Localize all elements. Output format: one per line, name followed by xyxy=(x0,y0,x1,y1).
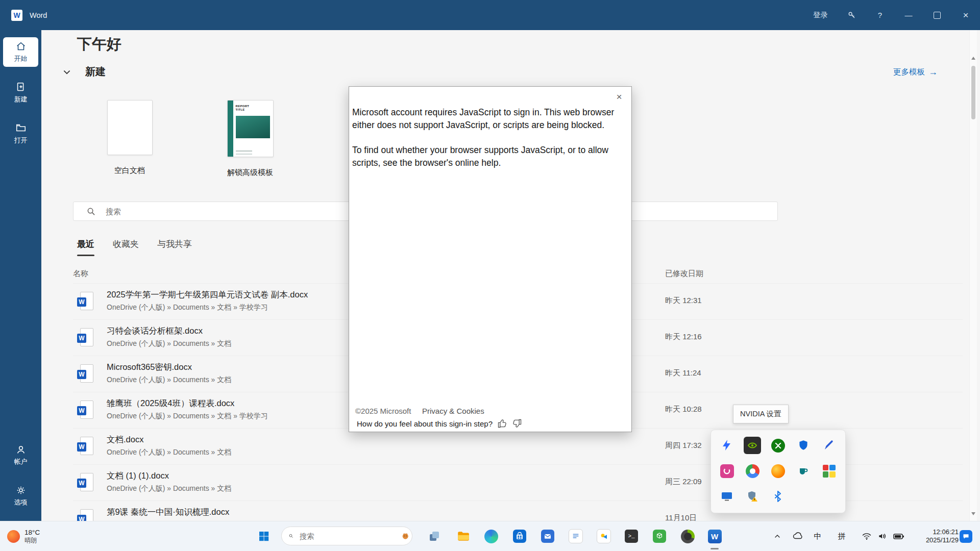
word-file-icon: W xyxy=(77,328,94,347)
thumbs-up-icon[interactable] xyxy=(497,418,507,429)
task-view-button[interactable] xyxy=(423,521,446,551)
green-cube-app-button[interactable] xyxy=(648,521,671,551)
tray-show-hidden-icons-chevron[interactable] xyxy=(770,521,785,551)
open-folder-icon xyxy=(15,122,27,134)
media-app-icon xyxy=(597,529,611,543)
file-path: OneDrive (个人版) » Documents » 文档 xyxy=(107,375,231,385)
template-card-blank[interactable]: 空白文档 xyxy=(96,100,163,176)
bluetooth-icon[interactable] xyxy=(768,486,788,507)
task-view-icon xyxy=(428,530,440,542)
sidebar-item-home[interactable]: 开始 xyxy=(3,37,38,67)
file-name: 第9课 秦统一中国·知识梳理.docx xyxy=(107,507,229,518)
sidebar-item-label: 新建 xyxy=(14,95,28,104)
orange-browser-icon[interactable] xyxy=(768,461,788,481)
dialog-feedback-row: How do you feel about this sign-in step? xyxy=(357,418,522,429)
security-shield-icon[interactable] xyxy=(793,435,814,456)
file-name: 文档 (1) (1).docx xyxy=(107,470,169,482)
sidebar-item-label: 选项 xyxy=(14,498,28,507)
weather-icon xyxy=(7,530,20,543)
word-letter-glyph: W xyxy=(77,406,86,415)
ime-language-indicator[interactable]: 中 xyxy=(811,521,824,551)
file-modified-date: 周三 22:09 xyxy=(665,477,702,487)
battery-icon[interactable] xyxy=(891,521,906,551)
taskbar-search-input[interactable] xyxy=(299,532,396,541)
template-label: 解锁高级模板 xyxy=(217,168,283,178)
notification-center-button[interactable] xyxy=(958,521,974,551)
geforce-app-button[interactable] xyxy=(676,521,699,551)
ime-mode-indicator[interactable]: 拼 xyxy=(835,521,848,551)
shield-alert-icon[interactable] xyxy=(742,486,763,507)
taskbar-search-box[interactable] xyxy=(281,527,412,545)
wifi-icon[interactable] xyxy=(860,521,874,551)
premium-template-thumbnail: REPORT TITLE xyxy=(227,100,274,157)
dialog-close-icon[interactable]: × xyxy=(613,91,625,103)
terminal-button[interactable]: >_ xyxy=(620,521,643,551)
word-letter-glyph: W xyxy=(77,297,86,307)
tab-shared[interactable]: 与我共享 xyxy=(157,238,192,256)
scroll-up-arrow-icon[interactable] xyxy=(971,57,975,60)
more-templates-link[interactable]: 更多模板 → xyxy=(893,67,938,78)
microsoft-store-button[interactable] xyxy=(508,521,531,551)
nvidia-tile xyxy=(744,437,761,454)
sidebar-item-options[interactable]: 选项 xyxy=(3,481,38,511)
account-icon xyxy=(15,444,27,455)
pink-app-icon[interactable] xyxy=(717,461,737,481)
template-card-premium[interactable]: REPORT TITLE 解锁高级模板 xyxy=(217,100,283,178)
edge-browser-button[interactable] xyxy=(480,521,502,551)
template-thumb-line xyxy=(236,151,252,152)
template-label: 空白文档 xyxy=(96,166,163,176)
word-letter-glyph: W xyxy=(77,479,86,488)
column-header-modified: 已修改日期 xyxy=(665,269,703,279)
tab-pinned[interactable]: 收藏夹 xyxy=(113,238,139,256)
privacy-cookies-link[interactable]: Privacy & Cookies xyxy=(422,407,484,415)
mail-app-icon xyxy=(541,530,554,543)
sidebar-item-label: 开始 xyxy=(14,54,28,63)
window-title: Word xyxy=(30,11,47,19)
maximize-button[interactable] xyxy=(923,0,951,30)
pen-icon[interactable] xyxy=(819,435,839,456)
gear-icon xyxy=(15,485,27,496)
media-app-button[interactable] xyxy=(593,521,615,551)
key-icon[interactable] xyxy=(837,0,866,30)
file-name: Microsoft365密钥.docx xyxy=(107,362,192,373)
thumbs-down-icon[interactable] xyxy=(512,418,522,429)
dialog-copyright: ©2025 Microsoft xyxy=(355,407,411,415)
clock-date: 2025/11/29 xyxy=(926,536,959,544)
xbox-icon[interactable] xyxy=(768,435,788,456)
start-button[interactable] xyxy=(253,521,275,551)
tab-recent[interactable]: 最近 xyxy=(77,238,94,256)
taskbar-weather-widget[interactable]: 18°C 晴朗 xyxy=(7,521,40,551)
search-icon xyxy=(87,207,95,216)
maximize-box-glyph xyxy=(934,12,941,19)
minimize-button[interactable]: — xyxy=(894,0,923,30)
green-cube-icon xyxy=(653,530,666,543)
volume-icon[interactable] xyxy=(875,521,890,551)
teal-cup-icon[interactable] xyxy=(793,461,814,481)
help-icon[interactable]: ? xyxy=(866,0,894,30)
taskbar-clock[interactable]: 12:06:21 2025/11/29 xyxy=(910,521,959,551)
nvidia-settings-icon[interactable] xyxy=(742,435,763,456)
more-templates-label: 更多模板 xyxy=(893,67,925,78)
sidebar: 开始 新建 打开 帐户 选项 xyxy=(0,30,41,521)
scroll-down-arrow-icon[interactable] xyxy=(971,512,975,515)
sidebar-item-new[interactable]: 新建 xyxy=(3,78,38,108)
lightning-icon[interactable] xyxy=(717,435,737,456)
onedrive-cloud-icon[interactable] xyxy=(790,521,805,551)
window-scrollbar[interactable] xyxy=(969,30,977,521)
mail-app-button[interactable] xyxy=(536,521,559,551)
weather-condition: 晴朗 xyxy=(24,537,40,544)
multicolor-browser-icon[interactable] xyxy=(742,461,763,481)
sidebar-item-account[interactable]: 帐户 xyxy=(3,440,38,470)
word-taskbar-button[interactable]: W xyxy=(703,521,726,551)
scrollbar-thumb[interactable] xyxy=(971,66,975,119)
monitor-icon[interactable] xyxy=(717,486,737,507)
close-button[interactable]: × xyxy=(951,0,980,30)
mosaic-grid-icon[interactable] xyxy=(819,461,839,481)
collapse-new-section-chevron-icon[interactable] xyxy=(62,68,71,77)
word-file-icon: W xyxy=(77,437,94,456)
document-app-button[interactable] xyxy=(565,521,587,551)
sign-in-button[interactable]: 登录 xyxy=(804,0,837,30)
taskbar: 18°C 晴朗 xyxy=(0,521,980,551)
sidebar-item-open[interactable]: 打开 xyxy=(3,119,38,148)
file-explorer-button[interactable] xyxy=(452,521,474,551)
